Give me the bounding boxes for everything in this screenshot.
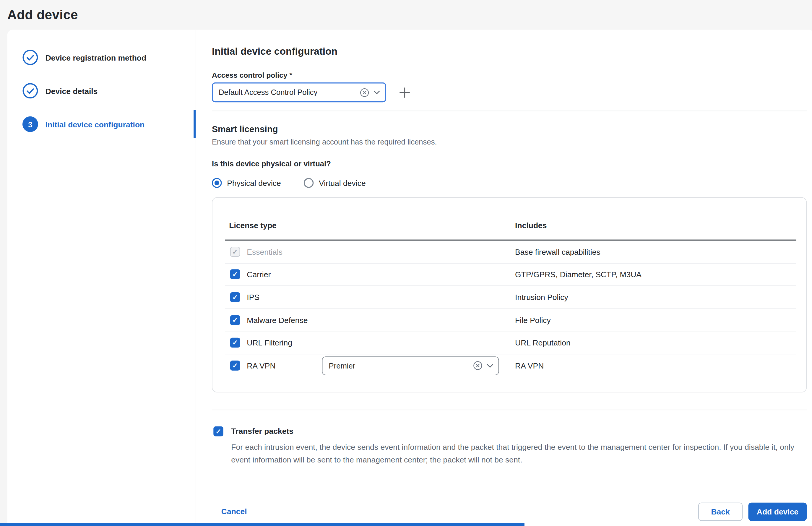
page-title: Add device: [8, 8, 78, 23]
smart-licensing-heading: Smart licensing: [212, 124, 278, 134]
physical-or-virtual-question: Is this device physical or virtual?: [212, 160, 331, 168]
access-control-policy-select[interactable]: Default Access Control Policy: [212, 83, 386, 102]
page-header: Add device: [0, 0, 812, 30]
checkbox-carrier[interactable]: [230, 269, 240, 280]
table-row-ips: IPS Intrusion Policy: [225, 286, 796, 309]
clear-selection-icon[interactable]: [360, 88, 369, 97]
checkbox-ra-vpn[interactable]: [230, 361, 240, 371]
ra-vpn-tier-select[interactable]: Premier: [322, 356, 499, 375]
radio-option-virtual-device[interactable]: Virtual device: [304, 178, 366, 188]
column-header-license-type: License type: [229, 221, 276, 230]
radio-label: Virtual device: [319, 178, 366, 187]
chevron-down-icon: [487, 364, 493, 368]
back-button[interactable]: Back: [698, 503, 742, 521]
cancel-button[interactable]: Cancel: [221, 507, 247, 516]
table-row-url-filtering: URL Filtering URL Reputation: [225, 332, 796, 354]
table-row-carrier: Carrier GTP/GPRS, Diameter, SCTP, M3UA: [225, 263, 796, 286]
access-control-policy-value: Default Access Control Policy: [219, 88, 317, 96]
step-number-icon: 3: [23, 116, 38, 132]
chevron-down-icon: [374, 90, 380, 94]
transfer-packets-label: Transfer packets: [231, 426, 293, 435]
license-label: RA VPN: [247, 361, 275, 370]
step-item-device-registration-method[interactable]: Device registration method: [23, 50, 146, 65]
access-control-policy-label: Access control policy *: [212, 71, 292, 79]
radio-option-physical-device[interactable]: Physical device: [212, 178, 281, 188]
step-complete-icon: [23, 50, 38, 65]
license-includes: File Policy: [515, 316, 551, 324]
ra-vpn-tier-value: Premier: [329, 362, 356, 370]
radio-physical-device[interactable]: [212, 178, 222, 188]
add-device-button[interactable]: Add device: [749, 503, 807, 521]
add-device-page: Add device Device registration method De…: [0, 0, 812, 526]
table-row-essentials: Essentials Base firewall capabilities: [225, 240, 796, 263]
step-label: Device registration method: [45, 53, 147, 62]
license-table: License type Includes Essentials Base fi…: [212, 198, 807, 393]
license-includes: GTP/GPRS, Diameter, SCTP, M3UA: [515, 270, 641, 279]
bottom-blue-bar: [0, 523, 524, 526]
license-label: IPS: [247, 293, 259, 302]
step-item-initial-device-configuration[interactable]: 3 Initial device configuration: [23, 116, 145, 132]
license-includes: RA VPN: [515, 361, 544, 370]
transfer-packets-description: For each intrusion event, the device sen…: [231, 441, 801, 466]
license-label: Malware Defense: [247, 316, 308, 324]
license-rows: Essentials Base firewall capabilities Ca…: [225, 240, 796, 377]
section-title-initial-device-configuration: Initial device configuration: [212, 46, 337, 57]
step-item-device-details[interactable]: Device details: [23, 83, 98, 99]
checkbox-url-filtering[interactable]: [230, 338, 240, 348]
sidebar-divider: [195, 30, 196, 526]
plus-icon: [398, 86, 410, 98]
radio-virtual-device[interactable]: [304, 178, 314, 188]
smart-licensing-subtext: Ensure that your smart licensing account…: [212, 138, 437, 146]
table-row-malware-defense: Malware Defense File Policy: [225, 309, 796, 332]
license-label: URL Filtering: [247, 338, 292, 347]
checkbox-essentials: [230, 247, 240, 257]
license-includes: URL Reputation: [515, 338, 570, 347]
checkbox-transfer-packets[interactable]: [213, 426, 223, 437]
license-includes: Base firewall capabilities: [515, 247, 600, 256]
license-includes: Intrusion Policy: [515, 293, 568, 302]
table-row-ra-vpn: RA VPN Premier RA VPN: [225, 354, 796, 377]
step-complete-icon: [23, 83, 38, 99]
column-header-includes: Includes: [515, 221, 547, 230]
license-label: Essentials: [247, 247, 282, 256]
active-step-indicator: [193, 110, 195, 138]
checkbox-malware-defense[interactable]: [230, 315, 240, 325]
checkbox-ips[interactable]: [230, 292, 240, 302]
section-divider: [212, 111, 807, 111]
clear-selection-icon[interactable]: [473, 361, 482, 370]
add-policy-button[interactable]: [398, 86, 411, 99]
section-divider: [212, 410, 807, 410]
step-label: Initial device configuration: [45, 120, 145, 129]
step-label: Device details: [45, 86, 98, 95]
license-label: Carrier: [247, 270, 271, 279]
radio-label: Physical device: [227, 178, 281, 187]
